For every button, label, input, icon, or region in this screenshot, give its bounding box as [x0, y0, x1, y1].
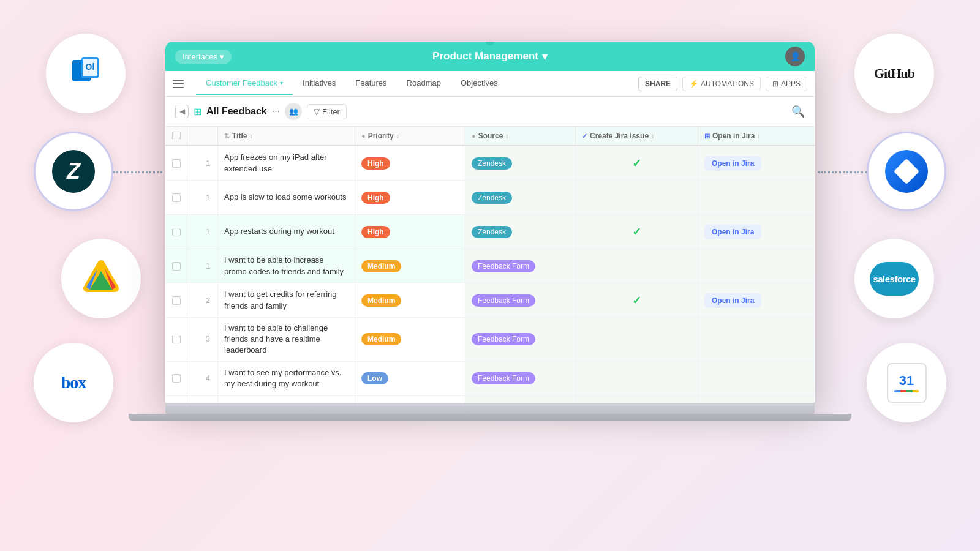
open-jira-button[interactable]: Open in Jira	[704, 225, 761, 239]
table-row: 1 I want to be able to increase promo co…	[165, 249, 815, 283]
row-checkbox-cell	[165, 181, 187, 214]
table-row: 1 App freezes on my iPad after extended …	[165, 146, 815, 181]
jira-checkmark: ✓	[632, 157, 641, 170]
hamburger-menu[interactable]	[173, 75, 191, 93]
row-checkbox-cell	[165, 362, 187, 395]
open-jira-button[interactable]: Open in Jira	[704, 156, 761, 171]
th-source[interactable]: ● Source ↕	[466, 127, 576, 145]
row-checkbox-cell	[165, 318, 187, 361]
svg-text:Ol: Ol	[85, 62, 94, 72]
row-title: I want to show my stats on my community …	[218, 396, 355, 403]
camera-notch	[486, 42, 494, 45]
row-checkbox[interactable]	[172, 296, 181, 305]
jira-checkmark: ✓	[632, 225, 641, 239]
row-open-jira	[698, 362, 815, 395]
title-sort[interactable]: ↕	[249, 133, 252, 140]
th-open-jira[interactable]: ⊞ Open in Jira ↕	[698, 127, 815, 145]
row-jira-check: ✓	[576, 215, 698, 249]
priority-badge: Medium	[361, 260, 401, 272]
tab-features[interactable]: Features	[345, 72, 396, 95]
laptop-base	[165, 403, 815, 414]
priority-sort[interactable]: ↕	[396, 133, 399, 140]
row-number: 5	[187, 396, 218, 403]
row-title: App restarts during my workout	[218, 215, 355, 249]
open-jira-sort[interactable]: ↕	[757, 133, 760, 140]
filter-button[interactable]: ▽ Filter	[307, 104, 347, 119]
apps-button[interactable]: ⊞ APPS	[766, 77, 807, 91]
row-priority: Medium	[355, 318, 466, 361]
row-number: 1	[187, 215, 218, 249]
interfaces-button[interactable]: Interfaces ▾	[175, 50, 232, 64]
zendesk-icon: Z	[52, 150, 95, 193]
app-title: Product Management ▾	[432, 50, 548, 63]
row-checkbox[interactable]	[172, 193, 181, 202]
row-checkbox[interactable]	[172, 262, 181, 271]
th-title[interactable]: ⇅ Title ↕	[218, 127, 355, 145]
row-checkbox[interactable]	[172, 159, 181, 168]
row-jira-check	[576, 181, 698, 214]
row-number: 3	[187, 318, 218, 361]
row-open-jira: Open in Jira	[698, 396, 815, 403]
top-bar: Interfaces ▾ Product Management ▾ 👤	[165, 42, 815, 71]
tab-initiatives[interactable]: Initiatives	[293, 72, 345, 95]
th-num	[187, 127, 218, 145]
table-row: 1 App restarts during my workout High Ze…	[165, 215, 815, 249]
collapse-button[interactable]: ◀	[175, 105, 189, 118]
nav-bar: Customer Feedback ▾ Initiatives Features…	[165, 71, 815, 97]
table-row: 4 I want to see my performance vs. my be…	[165, 362, 815, 396]
row-checkbox-cell	[165, 215, 187, 249]
github-icon: GitHub	[874, 66, 914, 81]
jira-col-icon: ✓	[582, 132, 587, 140]
source-icon: ●	[472, 132, 476, 140]
search-icon[interactable]: 🔍	[791, 105, 805, 118]
row-checkbox-cell	[165, 146, 187, 180]
app-window: Interfaces ▾ Product Management ▾ 👤 Cus	[165, 42, 815, 403]
open-jira-icon: ⊞	[704, 132, 710, 140]
grid-icon: ⊞	[194, 106, 202, 118]
row-number: 1	[187, 181, 218, 214]
avatar[interactable]: 👤	[785, 47, 805, 66]
jira-checkmark: ✓	[632, 294, 641, 307]
th-create-jira[interactable]: ✓ Create Jira issue ↕	[576, 127, 698, 145]
row-title: App is slow to load some workouts	[218, 181, 355, 214]
source-badge: Zendesk	[472, 226, 512, 238]
row-priority: High	[355, 146, 466, 180]
tab-roadmap[interactable]: Roadmap	[397, 72, 451, 95]
row-jira-check: ✓	[576, 146, 698, 180]
header-checkbox[interactable]	[172, 132, 181, 140]
priority-badge: Medium	[361, 333, 401, 345]
filter-icon: ▽	[314, 107, 320, 116]
th-priority[interactable]: ● Priority ↕	[355, 127, 466, 145]
source-badge: Zendesk	[472, 192, 512, 204]
row-source: Zendesk	[466, 215, 576, 249]
table-row: 3 I want to be able to challenge friends…	[165, 318, 815, 362]
row-priority: Low	[355, 362, 466, 395]
gdrive-integration	[61, 239, 141, 318]
people-icon[interactable]: 👥	[285, 103, 302, 120]
row-checkbox[interactable]	[172, 374, 181, 383]
row-title: App freezes on my iPad after extended us…	[218, 146, 355, 180]
source-badge: Feedback Form	[472, 294, 535, 307]
title-caret: ▾	[542, 50, 548, 63]
row-checkbox[interactable]	[172, 228, 181, 236]
open-jira-button[interactable]: Open in Jira	[704, 293, 761, 308]
tab-objectives[interactable]: Objectives	[451, 72, 508, 95]
tab-customer-feedback[interactable]: Customer Feedback ▾	[196, 72, 293, 95]
row-checkbox[interactable]	[172, 335, 181, 343]
automations-button[interactable]: ⚡ AUTOMATIONS	[682, 77, 761, 91]
row-jira-check	[576, 318, 698, 361]
table-body: 1 App freezes on my iPad after extended …	[165, 146, 815, 403]
source-sort[interactable]: ↕	[505, 133, 508, 140]
zendesk-connector	[113, 171, 162, 173]
row-title: I want to get credits for referring frie…	[218, 283, 355, 317]
more-options-button[interactable]: ···	[272, 106, 280, 117]
row-number: 1	[187, 249, 218, 283]
zendesk-integration: Z	[34, 132, 113, 211]
table-row: 2 I want to get credits for referring fr…	[165, 283, 815, 318]
row-priority: Medium	[355, 283, 466, 317]
row-number: 2	[187, 283, 218, 317]
jira-icon	[885, 150, 928, 193]
jira-sort[interactable]: ↕	[651, 133, 654, 140]
row-open-jira: Open in Jira	[698, 146, 815, 180]
share-button[interactable]: SHARE	[638, 77, 677, 91]
